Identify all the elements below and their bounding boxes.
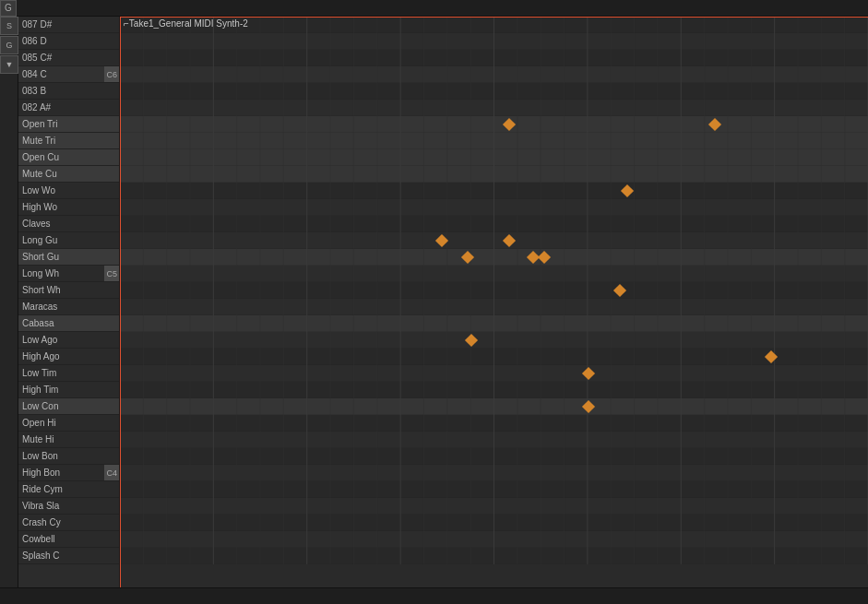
note-label-text: 086 D bbox=[22, 36, 47, 46]
note-label-text: High Bon bbox=[22, 468, 60, 478]
note-label-text: Ride Cym bbox=[22, 484, 63, 494]
piano-roll-content: 087 D#086 D085 C#084 CC6083 B082 A#Open … bbox=[18, 17, 868, 587]
top-bar-g-button[interactable]: G bbox=[0, 0, 17, 17]
note-label-text: 084 C bbox=[22, 69, 47, 79]
note-label-text: Long Gu bbox=[22, 235, 57, 245]
note-label-row: Low Tim bbox=[18, 365, 119, 382]
note-label-row: 087 D# bbox=[18, 17, 119, 33]
note-label-row: Ride Cym bbox=[18, 481, 119, 498]
grid-area[interactable]: ⌐Take1_General MIDI Synth-2 bbox=[120, 17, 868, 587]
note-label-text: Low Tim bbox=[22, 368, 56, 378]
note-label-row: Long Gu bbox=[18, 232, 119, 249]
note-label-row: 083 B bbox=[18, 83, 119, 100]
region-border-top bbox=[120, 17, 868, 18]
note-label-text: 087 D# bbox=[22, 19, 52, 30]
note-label-row: Short Wh bbox=[18, 282, 119, 299]
content-area: S G ▼ 087 D#086 D085 C#084 CC6083 B082 A… bbox=[0, 17, 868, 587]
note-label-row: Low Wo bbox=[18, 183, 119, 199]
note-labels: 087 D#086 D085 C#084 CC6083 B082 A#Open … bbox=[18, 17, 120, 587]
note-label-row: 085 C# bbox=[18, 50, 119, 66]
c-marker: C5 bbox=[104, 266, 119, 281]
note-label-row: Mute Hi bbox=[18, 432, 119, 448]
note-label-text: Mute Cu bbox=[22, 169, 57, 179]
top-bar: G bbox=[0, 0, 868, 17]
main-container: G S G ▼ 087 D#086 D085 C#084 CC6083 B082… bbox=[0, 0, 868, 604]
note-label-row: Crash Cy bbox=[18, 515, 119, 531]
note-label-row: High Ago bbox=[18, 349, 119, 365]
note-label-text: Cowbell bbox=[22, 534, 55, 544]
note-label-text: Claves bbox=[22, 219, 51, 229]
note-label-text: Cabasa bbox=[22, 318, 54, 328]
c-marker: C6 bbox=[104, 66, 119, 82]
note-label-text: Mute Hi bbox=[22, 434, 54, 444]
region-border-left bbox=[120, 17, 121, 587]
note-label-text: Low Wo bbox=[22, 185, 55, 195]
note-label-row: 084 CC6 bbox=[18, 66, 119, 83]
note-label-row: Mute Cu bbox=[18, 166, 119, 183]
note-label-row: Low Bon bbox=[18, 448, 119, 465]
note-label-text: Low Con bbox=[22, 401, 58, 411]
note-label-row: Open Cu bbox=[18, 149, 119, 166]
note-label-row: High Tim bbox=[18, 382, 119, 398]
note-label-row: Long WhC5 bbox=[18, 266, 119, 282]
note-label-row: Cowbell bbox=[18, 531, 119, 548]
note-label-row: Open Tri bbox=[18, 116, 119, 133]
note-label-text: 085 C# bbox=[22, 53, 52, 63]
bottom-bar bbox=[0, 587, 868, 604]
note-label-text: High Tim bbox=[22, 385, 58, 395]
note-label-text: Vibra Sla bbox=[22, 501, 59, 511]
left-btn-g[interactable]: G bbox=[0, 36, 18, 54]
note-label-row: Open Hi bbox=[18, 415, 119, 432]
note-label-text: Low Ago bbox=[22, 335, 57, 345]
note-label-row: Splash C bbox=[18, 548, 119, 564]
note-label-row: 086 D bbox=[18, 33, 119, 50]
note-label-text: High Ago bbox=[22, 351, 60, 361]
note-label-text: High Wo bbox=[22, 202, 57, 212]
note-label-text: 083 B bbox=[22, 86, 46, 96]
note-label-row: Maracas bbox=[18, 299, 119, 315]
note-label-row: Cabasa bbox=[18, 315, 119, 332]
note-label-text: Open Cu bbox=[22, 152, 59, 162]
note-label-text: Short Gu bbox=[22, 252, 59, 262]
note-label-text: Maracas bbox=[22, 302, 57, 312]
grid-svg bbox=[120, 17, 868, 564]
note-label-text: Mute Tri bbox=[22, 136, 55, 146]
note-label-text: Crash Cy bbox=[22, 517, 61, 527]
left-btn-arrow[interactable]: ▼ bbox=[0, 55, 18, 74]
note-label-row: Mute Tri bbox=[18, 133, 119, 149]
c-marker: C4 bbox=[104, 465, 119, 480]
note-label-row: Low Ago bbox=[18, 332, 119, 349]
note-label-row: High BonC4 bbox=[18, 465, 119, 481]
note-label-text: Long Wh bbox=[22, 268, 59, 278]
note-label-row: Low Con bbox=[18, 398, 119, 415]
piano-roll-area: 087 D#086 D085 C#084 CC6083 B082 A#Open … bbox=[18, 17, 868, 587]
note-label-row: Vibra Sla bbox=[18, 498, 119, 515]
note-label-row: Claves bbox=[18, 216, 119, 232]
note-label-text: Open Tri bbox=[22, 119, 57, 129]
note-label-text: Splash C bbox=[22, 551, 60, 561]
left-btn-s[interactable]: S bbox=[0, 17, 18, 35]
note-label-row: Short Gu bbox=[18, 249, 119, 266]
left-panel: S G ▼ bbox=[0, 17, 18, 587]
note-label-text: Open Hi bbox=[22, 418, 56, 428]
note-label-row: 082 A# bbox=[18, 100, 119, 116]
note-label-text: 082 A# bbox=[22, 102, 51, 113]
note-label-text: Short Wh bbox=[22, 285, 61, 295]
note-label-text: Low Bon bbox=[22, 451, 58, 461]
note-label-row: High Wo bbox=[18, 199, 119, 216]
